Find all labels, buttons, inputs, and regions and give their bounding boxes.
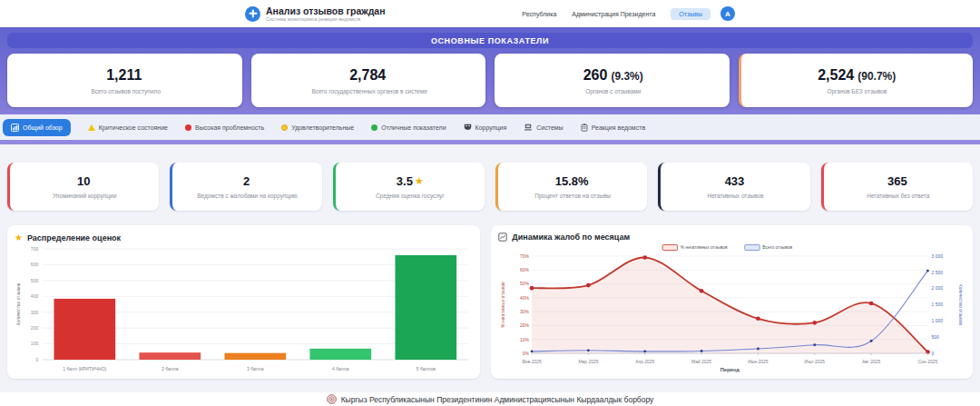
svg-text:2 000: 2 000 [932,287,944,292]
hero-section: ОСНОВНЫЕ ПОКАЗАТЕЛИ 1,211 Всего отзывов … [0,27,980,144]
svg-text:1 балл (КРИТИЧНО): 1 балл (КРИТИЧНО) [63,366,106,371]
warning-triangle-icon [88,124,95,131]
laptop-icon [524,124,533,131]
kpi-card-organs-with-reviews: 260(9.3%) Органов с отзывами [495,54,730,107]
svg-text:Количество отзывов: Количество отзывов [15,282,21,325]
negative-point[interactable] [813,321,818,325]
stat-value: 3.5 [397,174,413,188]
tab-overview[interactable]: Общий обзор [3,119,71,136]
svg-text:3 000: 3 000 [932,254,944,259]
negative-point[interactable] [700,289,704,293]
yellow-circle-icon [281,124,288,131]
total-point[interactable] [531,350,534,352]
svg-text:5 баллов: 5 баллов [416,366,436,371]
bar-chart-icon [11,124,19,132]
tab-excellent[interactable]: Отличные показатели [371,124,446,131]
negative-point[interactable] [643,255,648,260]
bar-3[interactable] [224,353,286,360]
charts-row: ★ Распределение оценок 01002003004005006… [7,225,973,379]
red-circle-icon [185,124,191,131]
tab-corruption[interactable]: Коррупция [464,124,507,131]
svg-text:2 500: 2 500 [932,271,944,275]
tab-label: Системы [536,124,563,131]
nav-link-republic[interactable]: Республика [522,11,556,17]
svg-text:300: 300 [31,310,39,315]
stat-value: 15.8% [555,174,589,188]
kpi-label: Всего отзывов поступило [91,88,161,94]
total-point[interactable] [701,350,703,352]
svg-text:100: 100 [31,341,39,346]
title-block: Анализ отзывов граждан Система мониторин… [266,5,386,22]
nav-button-reviews[interactable]: Отзывы [671,8,710,20]
total-point[interactable] [870,340,873,342]
svg-text:500: 500 [31,278,39,283]
stat-card-negative-unanswered: 365 Негативных без ответа [821,163,973,211]
stat-label: Упоминаний коррупции [53,193,116,199]
svg-text:400: 400 [31,293,39,299]
star-icon: ★ [415,175,424,187]
stat-label: Негативных без ответа [867,193,929,199]
bar-4[interactable] [309,349,371,360]
header-container: Анализ отзывов граждан Система мониторин… [245,5,735,22]
user-avatar[interactable]: А [720,6,735,21]
svg-text:Апр 2025: Апр 2025 [636,360,655,364]
kpi-label: Органов с отзывами [585,88,641,94]
total-point[interactable] [757,348,760,351]
kpi-label: Всего государственных органов в системе [311,88,427,94]
tab-label: Реакция ведомств [592,124,645,131]
kpi-card-total-organs: 2,784 Всего государственных органов в си… [251,54,486,107]
complaints-dynamics-chart-card: Динамика жалоб по месяцам 0%10%20%30%40%… [491,225,973,379]
svg-text:Всего отзывов: Всего отзывов [763,245,793,250]
negative-point[interactable] [756,316,760,321]
svg-text:10%: 10% [520,338,530,342]
negative-area [532,257,927,353]
svg-text:Май 2025: Май 2025 [691,359,711,364]
total-point[interactable] [644,350,647,352]
tab-critical[interactable]: Критическое состояние [88,124,168,131]
svg-text:20%: 20% [520,323,530,328]
stat-label: Негативных отзывов [708,193,764,199]
svg-text:% негативных отзывов: % негативных отзывов [502,282,506,328]
tab-satisfactory[interactable]: Удовлетворительные [281,124,354,131]
tab-systems[interactable]: Системы [524,124,563,131]
stat-value: 2 [243,174,250,188]
svg-text:600: 600 [31,262,39,267]
tab-high-problem[interactable]: Высокая проблемность [185,124,264,131]
footer-text: Кыргыз Республикасынын Президентинин Адм… [341,395,654,404]
chart-title-ratings: ★ Распределение оценок [15,233,473,243]
app-subtitle: Система мониторинга реакции ведомств [266,16,386,22]
bar-2[interactable] [139,352,201,360]
svg-text:Июн 2025: Июн 2025 [749,360,769,364]
complaints-dynamics-line-chart: 0%10%20%30%40%50%60%70%05001 0001 5002 0… [498,243,965,375]
svg-text:700: 700 [31,246,39,252]
total-point[interactable] [926,270,929,272]
svg-text:0%: 0% [523,352,530,356]
kpi-value: 1,211 [106,67,142,84]
tab-label: Общий обзор [23,124,63,131]
svg-text:% негативных отзывов: % негативных отзывов [681,245,728,250]
app-title: Анализ отзывов граждан [266,5,386,16]
negative-point[interactable] [530,286,534,291]
total-point[interactable] [587,349,590,352]
chart-box-icon [498,233,507,242]
nav-link-administration[interactable]: Администрация Президента [572,11,655,17]
app-footer: Кыргыз Республикасынын Президентинин Адм… [0,392,980,406]
svg-text:Июл 2025: Июл 2025 [805,360,826,364]
total-point[interactable] [814,343,817,346]
svg-text:1 500: 1 500 [932,302,944,307]
stat-card-corruption-mentions: 10 Упоминаний коррупции [7,163,159,211]
negative-point[interactable] [586,283,591,288]
tab-label: Высокая проблемность [195,124,264,131]
svg-text:30%: 30% [520,310,530,314]
stat-card-response-percent: 15.8% Процент ответов на отзывы [495,163,647,211]
app-header: Анализ отзывов граждан Система мониторин… [0,0,980,27]
bar-5[interactable] [395,255,456,360]
stat-card-row: 10 Упоминаний коррупции 2 Ведомств с жал… [7,163,973,211]
negative-point[interactable] [869,302,874,306]
svg-text:Количество отзывов: Количество отзывов [959,284,964,326]
tab-agency-reaction[interactable]: Реакция ведомств [581,124,645,132]
section-banner: ОСНОВНЫЕ ПОКАЗАТЕЛИ [7,33,973,48]
app-logo-plus-icon [245,6,260,22]
svg-text:0: 0 [35,357,38,362]
bar-1[interactable] [54,299,115,360]
